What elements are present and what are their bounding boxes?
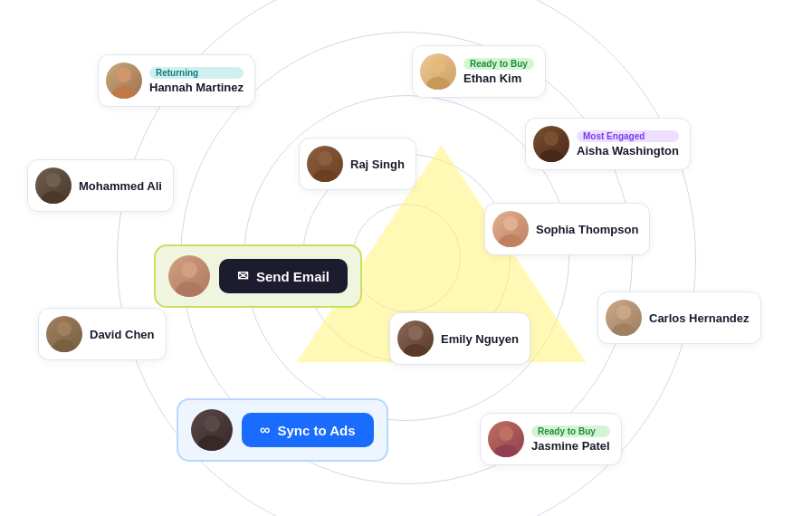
person-card-ethan[interactable]: Ready to Buy Ethan Kim: [412, 45, 546, 98]
badge-jasmine: Ready to Buy: [531, 425, 610, 437]
person-card-raj[interactable]: Raj Singh: [299, 138, 416, 190]
meta-icon: ∞: [260, 422, 270, 438]
avatar-mohammed: [35, 167, 72, 204]
avatar-sync-person: [191, 409, 233, 451]
person-card-jasmine[interactable]: Ready to Buy Jasmine Patel: [480, 413, 622, 465]
send-email-card[interactable]: ✉ Send Email: [154, 244, 362, 308]
person-info-raj: Raj Singh: [350, 158, 405, 171]
svg-point-11: [499, 234, 522, 247]
avatar-center-person: [168, 255, 210, 297]
svg-point-4: [318, 151, 332, 166]
svg-point-12: [181, 262, 197, 278]
avatar-ethan: [420, 53, 456, 90]
person-card-aisha[interactable]: Most Engaged Aisha Washington: [525, 118, 691, 170]
person-name-aisha: Aisha Washington: [577, 144, 679, 158]
person-card-david[interactable]: David Chen: [38, 308, 167, 360]
person-card-carlos[interactable]: Carlos Hernandez: [597, 291, 761, 344]
svg-point-13: [176, 282, 203, 297]
svg-point-23: [494, 444, 518, 457]
avatar-aisha: [533, 126, 569, 162]
svg-point-15: [53, 339, 76, 352]
avatar-hannah: [106, 62, 142, 99]
avatar-david: [46, 316, 82, 352]
svg-point-21: [198, 435, 225, 451]
person-card-emily[interactable]: Emily Nguyen: [389, 312, 530, 365]
send-email-label: Send Email: [256, 269, 330, 284]
email-icon: ✉: [237, 268, 249, 284]
avatar-sophia: [492, 211, 529, 247]
svg-point-22: [499, 426, 513, 441]
send-email-button[interactable]: ✉ Send Email: [219, 259, 348, 293]
person-info-mohammed: Mohammed Ali: [79, 179, 162, 193]
main-scene: Returning Hannah Martinez Ready to Buy E…: [0, 0, 812, 516]
sync-ads-card[interactable]: ∞ Sync to Ads: [177, 398, 388, 462]
svg-point-10: [503, 216, 518, 231]
svg-point-19: [612, 323, 635, 336]
svg-point-18: [616, 305, 631, 320]
svg-point-7: [540, 149, 563, 162]
person-name-raj: Raj Singh: [350, 158, 405, 171]
svg-point-9: [42, 191, 65, 204]
person-name-mohammed: Mohammed Ali: [79, 179, 162, 193]
sync-ads-label: Sync to Ads: [277, 423, 355, 438]
person-info-carlos: Carlos Hernandez: [649, 311, 750, 325]
person-name-emily: Emily Nguyen: [441, 332, 519, 346]
avatar-emily: [397, 320, 434, 357]
person-card-sophia[interactable]: Sophia Thompson: [484, 203, 650, 255]
svg-point-17: [404, 344, 427, 357]
svg-point-14: [57, 321, 72, 336]
badge-hannah: Returning: [149, 67, 244, 79]
svg-point-0: [117, 68, 131, 82]
person-name-ethan: Ethan Kim: [463, 72, 534, 85]
person-info-ethan: Ready to Buy Ethan Kim: [463, 58, 534, 85]
svg-point-1: [112, 86, 136, 99]
badge-ethan: Ready to Buy: [463, 58, 534, 70]
person-name-carlos: Carlos Hernandez: [649, 311, 750, 325]
person-info-david: David Chen: [90, 328, 155, 341]
svg-point-20: [204, 416, 220, 432]
person-info-aisha: Most Engaged Aisha Washington: [577, 130, 679, 158]
sync-ads-button[interactable]: ∞ Sync to Ads: [242, 413, 374, 447]
person-info-sophia: Sophia Thompson: [536, 223, 638, 236]
person-info-emily: Emily Nguyen: [441, 332, 519, 346]
person-name-hannah: Hannah Martinez: [149, 81, 244, 94]
person-card-hannah[interactable]: Returning Hannah Martinez: [98, 54, 255, 107]
svg-point-3: [426, 77, 450, 90]
person-info-hannah: Returning Hannah Martinez: [149, 67, 244, 94]
person-name-sophia: Sophia Thompson: [536, 223, 638, 236]
svg-point-8: [46, 173, 61, 187]
svg-point-2: [431, 59, 445, 73]
avatar-raj: [307, 146, 343, 182]
person-info-jasmine: Ready to Buy Jasmine Patel: [531, 425, 610, 453]
person-name-david: David Chen: [90, 328, 155, 341]
svg-point-6: [544, 131, 559, 146]
avatar-carlos: [606, 300, 642, 336]
badge-aisha: Most Engaged: [577, 130, 679, 142]
person-card-mohammed[interactable]: Mohammed Ali: [27, 159, 174, 212]
person-name-jasmine: Jasmine Patel: [531, 439, 610, 453]
avatar-jasmine: [488, 421, 524, 457]
svg-point-5: [313, 169, 337, 182]
svg-point-16: [408, 326, 423, 340]
